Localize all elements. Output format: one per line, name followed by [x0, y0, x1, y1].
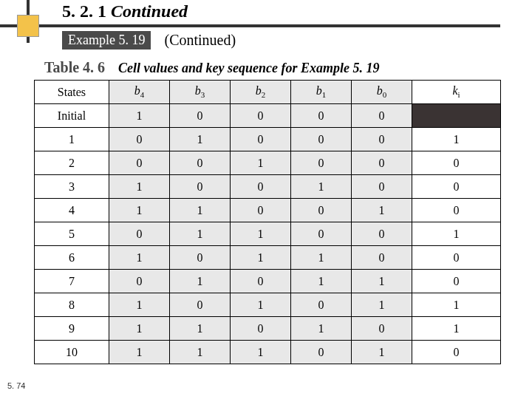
cell-ki: 1 [412, 128, 501, 151]
cell-b2: 0 [230, 175, 290, 199]
cell-b3: 0 [169, 104, 230, 128]
cell-ki: 0 [412, 199, 501, 222]
cell-b2: 1 [230, 293, 290, 317]
th-b2: b2 [230, 81, 290, 104]
section-title: 5. 2. 1 Continued [62, 1, 188, 21]
cell-b3: 0 [169, 151, 230, 175]
table-number: Table 4. 6 [44, 59, 105, 76]
table-row: Initial10000 [35, 104, 501, 128]
section-continued: Continued [111, 1, 188, 21]
cell-b3: 1 [169, 128, 230, 151]
cell-b2: 0 [230, 199, 290, 222]
cell-state: 3 [35, 175, 109, 199]
cell-b2: 1 [230, 246, 290, 270]
th-b1: b1 [291, 81, 352, 104]
table-row: 9110101 [35, 317, 501, 341]
cell-b2: 0 [230, 270, 290, 293]
cell-b1: 1 [291, 246, 352, 270]
cell-ki: 0 [412, 270, 501, 293]
cell-ki: 0 [412, 151, 501, 175]
cell-state: 1 [35, 128, 109, 151]
table-body: Initial100001010001200100031001004110010… [35, 104, 501, 364]
cell-ki: 0 [412, 175, 501, 199]
cell-b0: 1 [352, 199, 412, 222]
deco-line-right [39, 24, 500, 27]
cell-state: 9 [35, 317, 109, 341]
cell-state: Initial [35, 104, 109, 128]
cell-b4: 0 [109, 128, 169, 151]
cell-b3: 0 [169, 246, 230, 270]
cell-ki: 0 [412, 246, 501, 270]
cell-b1: 0 [291, 104, 352, 128]
deco-square [17, 15, 39, 37]
table-row: 1010001 [35, 128, 501, 151]
table-row: 8101011 [35, 293, 501, 317]
table-header-row: States b4 b3 b2 b1 b0 ki [35, 81, 501, 104]
cell-state: 7 [35, 270, 109, 293]
data-table: States b4 b3 b2 b1 b0 ki Initial10000101… [34, 80, 501, 364]
cell-b0: 0 [352, 104, 412, 128]
cell-ki [412, 104, 501, 128]
cell-state: 4 [35, 199, 109, 222]
cell-b4: 0 [109, 270, 169, 293]
cell-state: 5 [35, 222, 109, 246]
cell-b0: 0 [352, 151, 412, 175]
cell-b0: 1 [352, 341, 412, 364]
cell-b1: 0 [291, 199, 352, 222]
cell-b2: 1 [230, 151, 290, 175]
cell-b0: 0 [352, 317, 412, 341]
cell-b2: 0 [230, 317, 290, 341]
cell-b1: 0 [291, 151, 352, 175]
cell-b1: 1 [291, 317, 352, 341]
table-row: 4110010 [35, 199, 501, 222]
table-caption: Cell values and key sequence for Example… [118, 61, 379, 76]
cell-b4: 1 [109, 293, 169, 317]
cell-b2: 1 [230, 222, 290, 246]
cell-b2: 0 [230, 104, 290, 128]
cell-state: 10 [35, 341, 109, 364]
cell-b3: 1 [169, 199, 230, 222]
cell-b1: 0 [291, 293, 352, 317]
cell-b4: 1 [109, 341, 169, 364]
cell-b3: 0 [169, 175, 230, 199]
section-number: 5. 2. 1 [62, 1, 106, 21]
cell-b2: 1 [230, 341, 290, 364]
cell-b4: 0 [109, 222, 169, 246]
table-row: 2001000 [35, 151, 501, 175]
table-caption-row: Table 4. 6 Cell values and key sequence … [44, 59, 380, 76]
deco-line-left [0, 24, 17, 27]
table-row: 5011001 [35, 222, 501, 246]
page-number: 5. 74 [7, 381, 25, 390]
cell-b1: 1 [291, 175, 352, 199]
cell-b2: 0 [230, 128, 290, 151]
cell-b4: 1 [109, 199, 169, 222]
table-row: 6101100 [35, 246, 501, 270]
cell-b3: 1 [169, 222, 230, 246]
cell-b4: 1 [109, 175, 169, 199]
example-row: Example 5. 19 (Continued) [62, 31, 236, 50]
th-ki: ki [412, 81, 501, 104]
cell-ki: 1 [412, 222, 501, 246]
cell-b1: 0 [291, 128, 352, 151]
example-badge: Example 5. 19 [62, 31, 151, 50]
cell-state: 8 [35, 293, 109, 317]
cell-b4: 0 [109, 151, 169, 175]
th-b3: b3 [169, 81, 230, 104]
cell-b1: 0 [291, 222, 352, 246]
th-states: States [35, 81, 109, 104]
th-b0: b0 [352, 81, 412, 104]
table-row: 3100100 [35, 175, 501, 199]
cell-b1: 0 [291, 341, 352, 364]
cell-b3: 0 [169, 293, 230, 317]
cell-state: 2 [35, 151, 109, 175]
th-b4: b4 [109, 81, 169, 104]
cell-ki: 0 [412, 341, 501, 364]
cell-ki: 1 [412, 317, 501, 341]
table-row: 7010110 [35, 270, 501, 293]
cell-b0: 0 [352, 128, 412, 151]
cell-b4: 1 [109, 104, 169, 128]
cell-state: 6 [35, 246, 109, 270]
cell-b0: 1 [352, 293, 412, 317]
table-row: 10111010 [35, 341, 501, 364]
cell-b0: 1 [352, 270, 412, 293]
